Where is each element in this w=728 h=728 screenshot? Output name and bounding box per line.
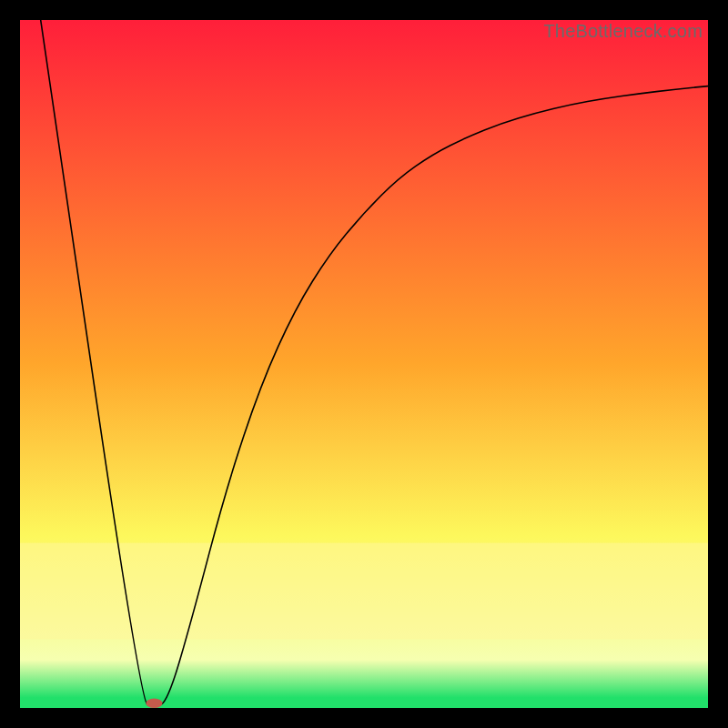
bottleneck-chart — [20, 20, 708, 708]
chart-frame: TheBottleneck.com — [20, 20, 708, 708]
svg-rect-0 — [20, 543, 708, 640]
highlight-stripes — [20, 543, 708, 640]
optimal-point-marker — [146, 698, 162, 708]
watermark-text: TheBottleneck.com — [543, 21, 703, 42]
